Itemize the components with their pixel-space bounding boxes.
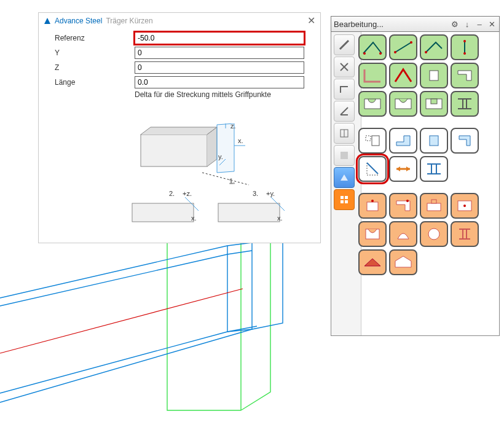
dialog-titlebar[interactable]: Advance Steel Träger Kürzen ✕ (39, 13, 320, 29)
row-z: Z (55, 61, 304, 74)
svg-text:1.: 1. (229, 178, 235, 185)
input-laenge[interactable] (135, 78, 304, 87)
svg-rect-14 (218, 203, 280, 222)
svg-line-7 (202, 173, 249, 185)
svg-text:3.: 3. (253, 190, 258, 197)
app-name: Advance Steel (55, 17, 102, 25)
svg-text:x.: x. (277, 214, 283, 222)
input-referenz[interactable] (135, 34, 304, 42)
svg-text:x.: x. (238, 137, 243, 144)
svg-text:+y.: +y. (266, 190, 275, 197)
dialog-close-button[interactable]: ✕ (307, 16, 315, 26)
schematic-illustration: z. x. y. 1. 2. +z. x. (126, 123, 286, 237)
input-y[interactable] (135, 49, 304, 57)
svg-rect-0 (141, 135, 207, 166)
label-y: Y (55, 49, 135, 57)
app-logo-icon (44, 17, 51, 25)
label-laenge: Länge (55, 78, 135, 87)
svg-rect-9 (132, 203, 194, 222)
label-referenz: Referenz (55, 34, 135, 42)
svg-text:z.: z. (230, 123, 236, 130)
input-referenz-wrap (135, 32, 304, 44)
dialog-subtitle: Träger Kürzen (106, 17, 152, 25)
svg-text:+z.: +z. (183, 190, 192, 197)
row-referenz: Referenz (55, 31, 304, 45)
svg-text:y.: y. (218, 153, 223, 160)
label-z: Z (55, 63, 135, 72)
input-z[interactable] (135, 63, 304, 72)
row-y: Y (55, 46, 304, 60)
svg-text:2.: 2. (169, 190, 175, 197)
dialog-form: Referenz Y Z Länge Delta für die Strecku… (39, 29, 320, 103)
dialog-traeger-kuerzen: Advance Steel Träger Kürzen ✕ Referenz Y… (38, 12, 321, 243)
row-laenge: Länge (55, 76, 304, 89)
form-helper-text: Delta für die Streckung mittels Griffpun… (135, 90, 304, 99)
svg-text:x.: x. (191, 214, 197, 222)
